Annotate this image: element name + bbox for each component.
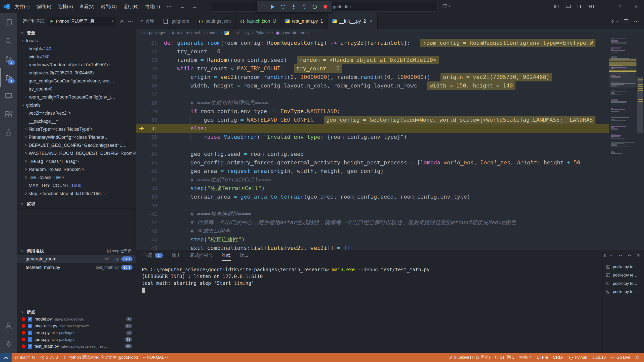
panel-more-icon[interactable]: ⋯ — [617, 252, 622, 258]
line-number-32[interactable]: 32 — [136, 133, 164, 141]
step-out-button[interactable] — [300, 3, 308, 11]
stack-frame-test/test_math.py[interactable]: test/test_math.pytest_math.py16:1 — [17, 263, 136, 272]
code-line-33[interactable]: 33 — [136, 141, 609, 150]
step-over-button[interactable] — [279, 3, 287, 11]
code-line-36[interactable]: 36geo_area = request_area(origin, width,… — [136, 167, 609, 175]
editor[interactable]: 2021def generate_room(room_config: RoomR… — [136, 37, 644, 250]
indentation-item[interactable]: 空格: 4 — [517, 353, 534, 362]
line-number-20[interactable]: 20 — [136, 37, 164, 39]
chevron-down-icon[interactable]: ∨ — [616, 20, 618, 23]
variable-random[interactable]: random = <Random object at 0x1bf9d01e… — [17, 61, 136, 69]
line-number-23[interactable]: 23 — [136, 56, 164, 64]
variable-WASTELAND_ROOM_REQUEST_CONFIG[interactable]: WASTELAND_ROOM_REQUEST_CONFIG = RoomR… — [17, 149, 136, 157]
line-number-27[interactable]: 27 — [136, 90, 164, 99]
line-number-25[interactable]: 25 — [136, 73, 164, 81]
code-line-41[interactable]: 41# ====检查连通性==== — [136, 210, 609, 218]
variable-vec2i[interactable]: vec2i = <class 'vec2i'> — [17, 109, 136, 117]
code-line-34[interactable]: 34geo_config.seed = room_config.seed — [136, 150, 609, 158]
breakpoint-1-png_utils.py[interactable]: ✓png_utils.pysite-packages\wfc11 — [17, 323, 136, 329]
menu-编辑(E)[interactable]: 编辑(E) — [33, 2, 55, 11]
line-number-24[interactable]: 24 — [136, 64, 164, 73]
close-window-button[interactable]: × — [628, 0, 644, 13]
line-number-38[interactable]: 38 — [136, 184, 164, 193]
restart-button[interactable] — [311, 3, 319, 11]
line-number-41[interactable]: 41 — [136, 210, 164, 218]
panel-tab-终端[interactable]: 终端 — [222, 250, 231, 261]
tab-test_math.py[interactable]: test_math.py1 — [281, 13, 328, 29]
terminal-tab-0[interactable]: pocketpy te… — [603, 263, 644, 271]
editor-more-icon[interactable]: ⋯ — [634, 18, 639, 24]
close-panel-icon[interactable]: × — [637, 252, 640, 259]
line-number-36[interactable]: 36 — [136, 167, 164, 175]
scope-globals[interactable]: globals — [17, 101, 136, 109]
callstack-section-header[interactable]: 调用堆栈 因 step 已暂停 — [17, 247, 136, 255]
tab-.gdignore[interactable]: .gdignore — [159, 13, 194, 29]
variable-MAX_TRY_COUNT[interactable]: MAX_TRY_COUNT = 1000 — [17, 182, 136, 190]
code-line-29[interactable]: 29if room_config.env_type == EnvType.WAS… — [136, 107, 609, 116]
line-number-22[interactable]: 22 — [136, 47, 164, 56]
variable-TileTag[interactable]: TileTag = <class 'TileTag'> — [17, 157, 136, 165]
source-control-icon[interactable]: 3 — [0, 50, 17, 68]
line-number-26[interactable]: 26 — [136, 81, 164, 90]
close-icon[interactable] — [369, 19, 373, 23]
drag-handle-icon[interactable]: ⋮⋮ — [259, 5, 265, 9]
variable-room_config[interactable]: room_config = RoomRequestConfig(env_t… — [17, 93, 136, 101]
code-line-37[interactable]: 37# ====生成TerrainCell==== — [136, 175, 609, 184]
code-line-20[interactable]: 20 — [136, 37, 609, 39]
code-line-23[interactable]: 23random = Random(room_config.seed)rando… — [136, 56, 609, 64]
problems-item[interactable]: 3 0 — [38, 353, 60, 362]
menu-转到(G)[interactable]: 转到(G) — [98, 2, 120, 11]
panel-tab-问题[interactable]: 问题3 — [143, 250, 163, 261]
stack-frame-generate_room[interactable]: generate_room__init__.py31:1 — [17, 255, 136, 263]
breakpoint-checkbox[interactable]: ✓ — [28, 344, 32, 349]
menu-查看(V)[interactable]: 查看(V) — [76, 2, 98, 11]
code-line-45[interactable]: 45exit_combinations:list[tuple[vec2i, ve… — [136, 244, 609, 250]
search-sidebar-icon[interactable] — [0, 32, 17, 50]
variable-Tile[interactable]: Tile = <class 'Tile'> — [17, 173, 136, 182]
toggle-primary-sidebar-icon[interactable] — [551, 0, 562, 13]
line-number-31[interactable]: 31 — [136, 124, 164, 133]
menu-文件(F)[interactable]: 文件(F) — [12, 2, 33, 11]
explorer-icon[interactable] — [0, 13, 17, 32]
step-into-button[interactable] — [290, 3, 298, 11]
split-editor-icon[interactable] — [623, 19, 629, 24]
variable-try_count[interactable]: try_count = 0 — [17, 85, 136, 93]
run-debug-icon[interactable]: 1 — [0, 68, 17, 87]
toggle-panel-icon[interactable] — [562, 0, 574, 13]
breakpoint-4-test_math.py[interactable]: ✓test_math.pysite-packages\terrain_res…1… — [17, 343, 136, 350]
terminal-tab-1[interactable]: pocketpy te… — [603, 271, 644, 279]
line-number-37[interactable]: 37 — [136, 175, 164, 184]
maximize-button[interactable]: □ — [613, 0, 628, 13]
scrollbar-thumb[interactable] — [637, 77, 643, 133]
code-line-43[interactable]: 43# 生成出口组合 — [136, 227, 609, 235]
code-line-30[interactable]: 30geo_config = WASTELAND_GEO_CONFIGgeo_c… — [136, 116, 609, 124]
terminal-tab-2[interactable]: pocketpy te… — [603, 279, 644, 288]
language-mode-item[interactable]: {} Python — [566, 353, 590, 362]
variable-__package__[interactable]: __package__ = '' — [17, 117, 136, 125]
encoding-item[interactable]: UTF-8 — [534, 353, 550, 362]
line-number-45[interactable]: 45 — [136, 244, 164, 250]
stop-button[interactable] — [321, 3, 329, 11]
breakpoint-checkbox[interactable]: ✓ — [28, 324, 32, 328]
toggle-secondary-sidebar-icon[interactable] — [574, 0, 586, 13]
notifications-bell-icon[interactable] — [633, 353, 644, 362]
gitlens-blame-item[interactable]: blueloveTH (3 周前) — [446, 353, 492, 362]
watch-section-header[interactable]: 监视 — [17, 200, 136, 208]
remote-indicator[interactable]: >< — [0, 353, 12, 362]
breakpoint-3-temp.py[interactable]: ✓temp.pysite-packages58 — [17, 336, 136, 343]
terminal-output[interactable]: PS C:\computer_science\godot-ldtk\site-p… — [136, 261, 602, 353]
breakpoint-0-model.py[interactable]: ✓model.pysite-packages\wfc6 — [17, 316, 136, 323]
panel-tab-调试控制台[interactable]: 调试控制台 — [190, 250, 213, 261]
line-number-39[interactable]: 39 — [136, 193, 164, 201]
variable-geo_config[interactable]: geo_config = GeoConfig(seed=None, wor… — [17, 77, 136, 85]
tab-欢迎[interactable]: ≡欢迎 — [136, 13, 159, 29]
panel-tab-输出[interactable]: 输出 — [172, 250, 181, 261]
variable-Random[interactable]: Random = <class 'Random'> — [17, 165, 136, 173]
remote-window-indicator[interactable]: ∨ — [442, 4, 451, 9]
menu-终端(T)[interactable]: 终端(T) — [142, 2, 163, 11]
code-line-40[interactable]: 40 — [136, 201, 609, 210]
variable-width[interactable]: width = 150 — [17, 53, 136, 61]
remote-explorer-icon[interactable] — [0, 87, 17, 105]
debug-status-item[interactable]: Python 调试程序: 启动文件 (godot-ldtk) — [60, 353, 141, 362]
line-number-34[interactable]: 34 — [136, 150, 164, 158]
